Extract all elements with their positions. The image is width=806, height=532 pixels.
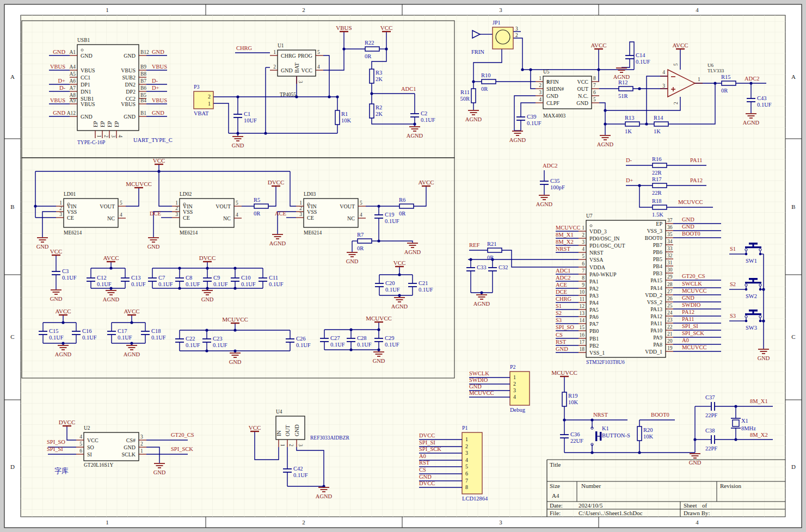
junction	[563, 418, 565, 421]
junction	[349, 328, 352, 331]
capacitor-value: 22PF	[705, 446, 717, 451]
pin-name: VSS	[307, 209, 317, 215]
pin-number: 1	[273, 50, 276, 55]
power-flag-AVCC[interactable]: AVCC	[418, 179, 434, 186]
pin-number: B9	[140, 64, 146, 70]
pin-name: VDD_3	[589, 228, 607, 234]
net-label: DCE	[150, 211, 161, 216]
net-label: PA12	[690, 177, 703, 183]
pin-number: 1	[698, 77, 700, 82]
net-label: GND	[53, 49, 65, 55]
power-flag-VCC[interactable]: VCC	[393, 259, 406, 267]
power-flag-AVCC[interactable]: AVCC	[103, 255, 119, 262]
power-flag-VCC[interactable]: VCC	[50, 248, 63, 255]
titleblock-file-label: File:	[550, 510, 561, 516]
power-flag-MCUVCC[interactable]: MCUVCC	[551, 369, 577, 376]
junction	[109, 287, 112, 289]
pin-number: 36	[667, 225, 673, 230]
capacitor-ref: C36	[570, 431, 580, 437]
pin-number: 4	[582, 246, 584, 252]
ic-part: ME6214	[180, 230, 198, 236]
label-S1: S1	[730, 246, 736, 252]
pin-name: CS#	[126, 437, 136, 443]
pin-name: GND	[124, 444, 136, 450]
power-flag-DVCC[interactable]: DVCC	[199, 255, 216, 262]
net-label: CS	[419, 467, 426, 473]
net-label: SPI_SI	[682, 323, 698, 329]
titleblock-file-value: C:\Users\..\Sheet1.SchDoc	[579, 510, 643, 516]
ic-ref: U5	[543, 69, 550, 75]
pin-name: VSS	[67, 209, 77, 215]
ground-label: GND	[50, 296, 63, 302]
label-NRST: NRST	[593, 412, 608, 418]
junction	[413, 122, 416, 125]
net-label: 8M_X2	[556, 239, 574, 245]
junction	[178, 267, 181, 269]
schematic-canvas[interactable]: 11223344AABBCCDDVBUSVCCVCCMCUVCCDVCCAVCC…	[0, 0, 806, 532]
power-label: VCC	[153, 157, 165, 164]
pin-number: B12	[140, 50, 149, 55]
pin-name: OUT	[577, 86, 588, 92]
titleblock-revision-label: Revision	[720, 482, 742, 489]
resistor-value: 0R	[365, 53, 371, 59]
connector-ref: P1	[462, 425, 468, 431]
net-label: SWCLK	[469, 370, 489, 376]
resistor-value: 51R	[618, 93, 628, 99]
pin-name: EP	[656, 221, 662, 227]
pin-number: 1	[140, 448, 143, 454]
pin-name: N.C.	[578, 93, 588, 99]
junction	[521, 68, 524, 71]
power-label: VCC	[380, 24, 393, 31]
junction	[130, 342, 133, 344]
pin-name: VBUS	[81, 101, 95, 107]
junction	[745, 320, 748, 323]
junction	[759, 253, 762, 256]
power-flag-DVCC[interactable]: DVCC	[268, 179, 285, 186]
net-label: D-	[626, 157, 632, 163]
ground-label: AGND	[391, 304, 408, 310]
junction	[109, 267, 112, 269]
power-flag-MCUVCC[interactable]: MCUVCC	[126, 181, 152, 188]
button-bar	[595, 431, 597, 441]
power-flag-AVCC[interactable]: AVCC	[590, 42, 606, 49]
label-SPI_SO: SPI_SO	[47, 439, 65, 445]
label-DCE: DCE	[150, 211, 161, 216]
pin-number: 6	[465, 471, 468, 477]
button-cap	[600, 432, 601, 441]
power-flag-MCUVCC[interactable]: MCUVCC	[366, 315, 392, 322]
pin-name: PA4	[589, 300, 599, 306]
pin-number: 5	[360, 200, 362, 206]
power-flag-MCUVCC[interactable]: MCUVCC	[222, 316, 248, 323]
power-flag-AVCC[interactable]: AVCC	[124, 308, 139, 315]
ic-part: STM32F103T8U6	[586, 360, 625, 365]
power-flag-VBUS[interactable]: VBUS	[336, 24, 352, 32]
pin-number: 5	[120, 200, 122, 206]
net-label: S2	[730, 281, 736, 287]
label-字库: 字库	[54, 467, 69, 475]
pin-number: 2	[465, 443, 468, 449]
net-label: ADC2	[745, 76, 759, 82]
junction	[693, 438, 696, 441]
power-flag-VCC[interactable]: VCC	[153, 157, 165, 164]
pin-number: A5	[69, 71, 76, 77]
resistor-ref: R14	[654, 115, 663, 121]
net-label: D-	[59, 85, 66, 91]
net-label: GT20_CS	[682, 273, 705, 279]
power-flag-DVCC[interactable]: DVCC	[59, 419, 76, 426]
power-flag-VCC[interactable]: VCC	[380, 24, 393, 32]
net-label: RST	[556, 339, 567, 345]
pin-number: 3	[175, 212, 178, 217]
power-flag-VCC[interactable]: VCC	[249, 424, 261, 431]
pin-name: VBUS	[81, 67, 95, 73]
junction	[328, 95, 330, 98]
net-label: NRST	[593, 412, 608, 418]
resistor-value: 10K	[568, 399, 579, 405]
pin-number: 22	[667, 324, 673, 330]
junction	[469, 258, 472, 261]
capacitor-value: 0.1UF	[385, 342, 399, 348]
resistor-ref: R18	[652, 198, 662, 204]
ground-label: GND	[229, 359, 242, 365]
power-flag-AVCC[interactable]: AVCC	[55, 308, 71, 315]
pin-number: 2	[582, 232, 584, 238]
power-flag-AVCC[interactable]: AVCC	[672, 42, 688, 49]
